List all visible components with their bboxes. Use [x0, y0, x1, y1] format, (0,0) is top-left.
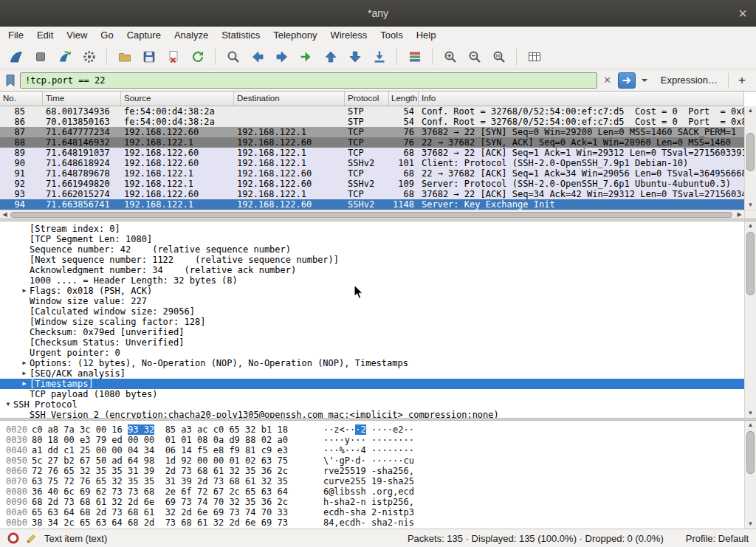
- expression-button[interactable]: Expression…: [653, 75, 725, 86]
- detail-line[interactable]: [Window size scaling factor: 128]: [0, 317, 744, 327]
- profile-selector[interactable]: Profile: Default: [686, 533, 749, 544]
- expander-collapsed-icon[interactable]: ▶: [19, 379, 30, 389]
- column-header-time[interactable]: Time: [43, 92, 121, 106]
- go-forward-button[interactable]: [270, 47, 293, 67]
- title-bar[interactable]: *any ×: [0, 0, 756, 27]
- add-filter-button[interactable]: +: [732, 73, 752, 88]
- menu-tools[interactable]: Tools: [374, 27, 409, 44]
- capture-options-button[interactable]: [78, 47, 100, 67]
- detail-line[interactable]: SSH Version 2 (encryption:chacha20-poly1…: [0, 410, 744, 418]
- auto-scroll-button[interactable]: [368, 47, 391, 67]
- menu-help[interactable]: Help: [410, 27, 443, 44]
- column-header-no[interactable]: No.: [0, 92, 43, 106]
- resize-columns-button[interactable]: [523, 47, 546, 67]
- scroll-right-icon[interactable]: ▶: [735, 210, 744, 219]
- detail-line[interactable]: 1000 .... = Header Length: 32 bytes (8): [0, 275, 744, 286]
- packet-row-92[interactable]: 9271.661949820192.168.122.1192.168.122.6…: [0, 179, 744, 189]
- column-header-length[interactable]: Length: [389, 92, 419, 106]
- hex-row-0080[interactable]: 008036 40 6c 69 62 73 73 68 2e 6f 72 67 …: [0, 486, 744, 497]
- scrollbar-thumb[interactable]: [746, 431, 755, 474]
- scrollbar-thumb[interactable]: [746, 133, 755, 171]
- detail-line[interactable]: [Next sequence number: 1122 (relative se…: [0, 255, 744, 265]
- menu-file[interactable]: File: [1, 27, 30, 44]
- column-header-protocol[interactable]: Protocol: [345, 92, 389, 106]
- packet-row-90[interactable]: 9071.648618924192.168.122.60192.168.122.…: [0, 158, 744, 168]
- detail-line[interactable]: [Calculated window size: 29056]: [0, 306, 744, 317]
- open-file-button[interactable]: [113, 47, 136, 67]
- expander-collapsed-icon[interactable]: ▶: [19, 286, 30, 296]
- packet-row-89[interactable]: 8971.648191037192.168.122.60192.168.122.…: [0, 148, 744, 158]
- hex-row-0020[interactable]: 0020c0 a8 7a 3c 00 16 93 32 85 a3 ac c0 …: [0, 424, 744, 435]
- detail-line[interactable]: [Stream index: 0]: [0, 224, 744, 234]
- restart-capture-button[interactable]: [53, 47, 76, 67]
- detail-line[interactable]: Window size value: 227: [0, 296, 744, 306]
- detail-line[interactable]: ▶[Timestamps]: [0, 379, 744, 389]
- go-to-packet-button[interactable]: [295, 47, 317, 67]
- go-last-button[interactable]: [343, 47, 366, 67]
- expert-info-icon[interactable]: [7, 532, 19, 544]
- detail-line[interactable]: [Checksum Status: Unverified]: [0, 337, 744, 348]
- filter-clear-button[interactable]: ✕: [600, 72, 615, 89]
- scroll-left-icon[interactable]: ◀: [0, 210, 10, 219]
- scroll-up-icon[interactable]: ▲: [745, 106, 756, 115]
- find-packet-button[interactable]: [221, 47, 244, 67]
- hex-row-0050[interactable]: 00505c 27 b2 67 50 ad 64 98 1d 92 00 00 …: [0, 455, 744, 466]
- packet-row-93[interactable]: 9371.662015274192.168.122.60192.168.122.…: [0, 189, 744, 199]
- hex-row-0060[interactable]: 006072 76 65 32 35 35 31 39 2d 73 68 61 …: [0, 466, 744, 476]
- detail-line[interactable]: ▶[SEQ/ACK analysis]: [0, 368, 744, 379]
- expander-expanded-icon[interactable]: ▼: [3, 399, 13, 410]
- hex-row-0090[interactable]: 009068 2d 73 68 61 32 2d 6e 69 73 74 70 …: [0, 497, 744, 507]
- hex-row-0070[interactable]: 007063 75 72 76 65 32 35 35 31 39 2d 73 …: [0, 476, 744, 486]
- expander-collapsed-icon[interactable]: ▶: [19, 368, 30, 379]
- detail-line[interactable]: [TCP Segment Len: 1080]: [0, 234, 744, 244]
- scroll-up-icon[interactable]: ▲: [745, 421, 756, 430]
- pencil-icon[interactable]: [26, 532, 38, 544]
- colorize-button[interactable]: [403, 47, 426, 67]
- zoom-reset-button[interactable]: [487, 47, 510, 67]
- menu-capture[interactable]: Capture: [120, 27, 168, 44]
- packet-row-88[interactable]: 8871.648146932192.168.122.1192.168.122.6…: [0, 137, 744, 148]
- menu-edit[interactable]: Edit: [30, 27, 60, 44]
- detail-line[interactable]: ▼SSH Protocol: [0, 399, 744, 410]
- detail-line[interactable]: ▶Flags: 0x018 (PSH, ACK): [0, 286, 744, 296]
- hex-row-0040[interactable]: 0040a1 dd c1 25 00 00 04 34 06 14 f5 e8 …: [0, 445, 744, 455]
- reload-file-button[interactable]: [186, 47, 209, 67]
- hex-row-00a0[interactable]: 00a065 63 64 68 2d 73 68 61 32 2d 6e 69 …: [0, 507, 744, 517]
- detail-line[interactable]: ▶Options: (12 bytes), No-Operation (NOP)…: [0, 358, 744, 368]
- column-header-destination[interactable]: Destination: [234, 92, 345, 106]
- save-file-button[interactable]: [137, 47, 160, 67]
- menu-telephony[interactable]: Telephony: [267, 27, 323, 44]
- menu-wireless[interactable]: Wireless: [323, 27, 374, 44]
- scrollbar-thumb[interactable]: [10, 212, 732, 218]
- column-header-source[interactable]: Source: [121, 92, 234, 106]
- packet-row-91[interactable]: 9171.648789678192.168.122.1192.168.122.6…: [0, 168, 744, 179]
- packet-row-87[interactable]: 8771.647777234192.168.122.60192.168.122.…: [0, 127, 744, 137]
- close-window-button[interactable]: ×: [738, 0, 747, 27]
- hex-row-0030[interactable]: 003080 18 00 e3 79 ed 00 00 01 01 08 0a …: [0, 435, 744, 445]
- column-header-info[interactable]: Info: [419, 92, 744, 106]
- packet-row-85[interactable]: 8568.001734936fe:54:00:d4:38:2aSTP54Conf…: [0, 106, 744, 117]
- zoom-in-button[interactable]: [439, 47, 461, 67]
- menu-statistics[interactable]: Statistics: [215, 27, 267, 44]
- go-back-button[interactable]: [246, 47, 269, 67]
- hex-row-00b0[interactable]: 00b038 34 2c 65 63 64 68 2d 73 68 61 32 …: [0, 517, 744, 528]
- go-first-button[interactable]: [319, 47, 342, 67]
- scrollbar-thumb[interactable]: [746, 232, 755, 295]
- scroll-down-icon[interactable]: ▼: [745, 520, 756, 529]
- filter-bookmark-button[interactable]: [4, 72, 17, 89]
- scroll-down-icon[interactable]: ▼: [745, 409, 756, 418]
- detail-line[interactable]: Sequence number: 42 (relative sequence n…: [0, 244, 744, 255]
- packet-row-94[interactable]: 9471.663856741192.168.122.1192.168.122.6…: [0, 199, 744, 210]
- menu-view[interactable]: View: [60, 27, 94, 44]
- expander-collapsed-icon[interactable]: ▶: [19, 358, 30, 368]
- detail-line[interactable]: TCP payload (1080 bytes): [0, 389, 744, 399]
- display-filter-input[interactable]: [20, 72, 597, 89]
- start-capture-button[interactable]: [4, 47, 27, 67]
- detail-line[interactable]: Urgent pointer: 0: [0, 348, 744, 358]
- close-file-button[interactable]: [162, 47, 185, 67]
- scroll-up-icon[interactable]: ▲: [745, 221, 756, 230]
- scroll-down-icon[interactable]: ▼: [745, 201, 756, 210]
- menu-go[interactable]: Go: [94, 27, 120, 44]
- detail-line[interactable]: Acknowledgment number: 34 (relative ack …: [0, 265, 744, 275]
- detail-line[interactable]: Checksum: 0x79ed [unverified]: [0, 327, 744, 337]
